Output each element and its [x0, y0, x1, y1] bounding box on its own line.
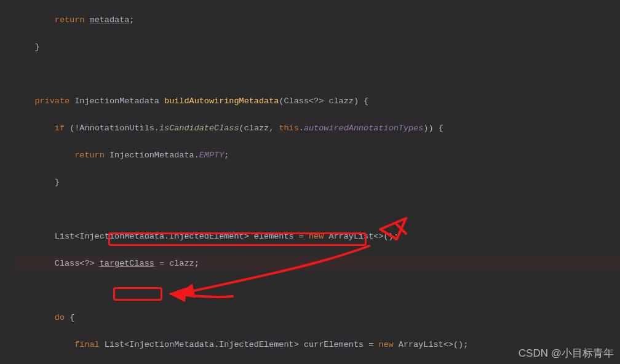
code-line: }: [15, 176, 620, 189]
code-line: Class<?> targetClass = clazz;: [15, 257, 620, 271]
keyword-return: return: [15, 15, 90, 25]
var-metadata: metadata: [90, 15, 130, 25]
code-line: [15, 203, 620, 216]
code-line: do {: [15, 311, 620, 325]
watermark-text: CSDN @小目标青年: [519, 347, 614, 360]
code-line: [15, 284, 620, 298]
code-line: if (!AnnotationUtils.isCandidateClass(cl…: [15, 122, 620, 135]
keyword-private: private: [15, 97, 74, 106]
code-line: return metadata;: [15, 14, 620, 27]
method-name: buildAutowiringMetadata: [164, 97, 279, 106]
code-editor[interactable]: return metadata; } private InjectionMeta…: [0, 0, 620, 364]
code-line: List<InjectionMetadata.InjectedElement> …: [15, 230, 620, 243]
code-line: [15, 68, 620, 81]
code-line: return InjectionMetadata.EMPTY;: [15, 149, 620, 162]
code-line: private InjectionMetadata buildAutowirin…: [15, 95, 620, 108]
code-line: }: [15, 41, 620, 54]
